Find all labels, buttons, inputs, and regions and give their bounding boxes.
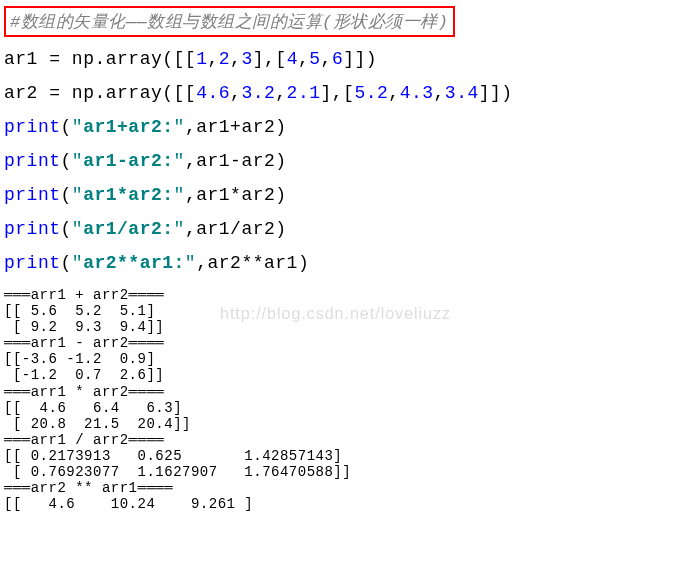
string: ar1/ar2: xyxy=(83,219,173,239)
number: 4.3 xyxy=(400,83,434,103)
paren-bracket: ([[ xyxy=(162,49,196,69)
quote: " xyxy=(72,151,83,171)
output-console: ═══arr1 + arr2════ [[ 5.6 5.2 5.1] [ 9.2… xyxy=(4,287,692,512)
string: ar2**ar1: xyxy=(83,253,185,273)
expression: ar1-ar2 xyxy=(196,151,275,171)
variable-name: ar2 xyxy=(4,83,38,103)
comma: , xyxy=(230,49,241,69)
print-keyword: print xyxy=(4,219,61,239)
print-sub: print("ar1-ar2:",ar1-ar2) xyxy=(4,151,692,171)
comma: , xyxy=(388,83,399,103)
np-array-call: np.array xyxy=(72,83,162,103)
expression: ar1*ar2 xyxy=(196,185,275,205)
paren-bracket: ]]) xyxy=(479,83,513,103)
expression: ar1/ar2 xyxy=(196,219,275,239)
equals-sign: = xyxy=(49,83,60,103)
comma: , xyxy=(298,49,309,69)
expression: ar1+ar2 xyxy=(196,117,275,137)
quote: " xyxy=(185,253,196,273)
print-keyword: print xyxy=(4,117,61,137)
bracket: ],[ xyxy=(253,49,287,69)
paren: ( xyxy=(61,185,72,205)
print-keyword: print xyxy=(4,151,61,171)
comma: , xyxy=(434,83,445,103)
comma: , xyxy=(185,151,196,171)
number: 4.6 xyxy=(196,83,230,103)
paren: ) xyxy=(275,185,286,205)
np-array-call: np.array xyxy=(72,49,162,69)
print-pow: print("ar2**ar1:",ar2**ar1) xyxy=(4,253,692,273)
string: ar1+ar2: xyxy=(83,117,173,137)
print-add: print("ar1+ar2:",ar1+ar2) xyxy=(4,117,692,137)
number: 5.2 xyxy=(354,83,388,103)
print-keyword: print xyxy=(4,185,61,205)
comma: , xyxy=(185,219,196,239)
paren: ( xyxy=(61,253,72,273)
number: 3 xyxy=(241,49,252,69)
number: 3.2 xyxy=(241,83,275,103)
print-mul: print("ar1*ar2:",ar1*ar2) xyxy=(4,185,692,205)
quote: " xyxy=(72,219,83,239)
number: 2 xyxy=(219,49,230,69)
comma: , xyxy=(185,117,196,137)
paren-bracket: ([[ xyxy=(162,83,196,103)
number: 1 xyxy=(196,49,207,69)
comma: , xyxy=(196,253,207,273)
variable-name: ar1 xyxy=(4,49,38,69)
number: 5 xyxy=(309,49,320,69)
comma: , xyxy=(207,49,218,69)
quote: " xyxy=(174,117,185,137)
print-div: print("ar1/ar2:",ar1/ar2) xyxy=(4,219,692,239)
quote: " xyxy=(174,151,185,171)
paren-bracket: ]]) xyxy=(343,49,377,69)
comma: , xyxy=(321,49,332,69)
quote: " xyxy=(174,185,185,205)
comma: , xyxy=(185,185,196,205)
expression: ar2**ar1 xyxy=(207,253,297,273)
paren: ) xyxy=(275,219,286,239)
paren: ( xyxy=(61,117,72,137)
quote: " xyxy=(72,253,83,273)
quote: " xyxy=(72,117,83,137)
quote: " xyxy=(174,219,185,239)
comma: , xyxy=(275,83,286,103)
number: 3.4 xyxy=(445,83,479,103)
print-keyword: print xyxy=(4,253,61,273)
paren: ) xyxy=(298,253,309,273)
number: 2.1 xyxy=(287,83,321,103)
paren: ( xyxy=(61,219,72,239)
paren: ) xyxy=(275,117,286,137)
code-line-ar2: ar2 = np.array([[4.6,3.2,2.1],[5.2,4.3,3… xyxy=(4,83,692,103)
paren: ( xyxy=(61,151,72,171)
bracket: ],[ xyxy=(321,83,355,103)
comma: , xyxy=(230,83,241,103)
number: 6 xyxy=(332,49,343,69)
number: 4 xyxy=(287,49,298,69)
string: ar1*ar2: xyxy=(83,185,173,205)
string: ar1-ar2: xyxy=(83,151,173,171)
code-line-ar1: ar1 = np.array([[1,2,3],[4,5,6]]) xyxy=(4,49,692,69)
quote: " xyxy=(72,185,83,205)
equals-sign: = xyxy=(49,49,60,69)
paren: ) xyxy=(275,151,286,171)
code-comment: #数组的矢量化——数组与数组之间的运算(形状必须一样) xyxy=(4,6,455,37)
